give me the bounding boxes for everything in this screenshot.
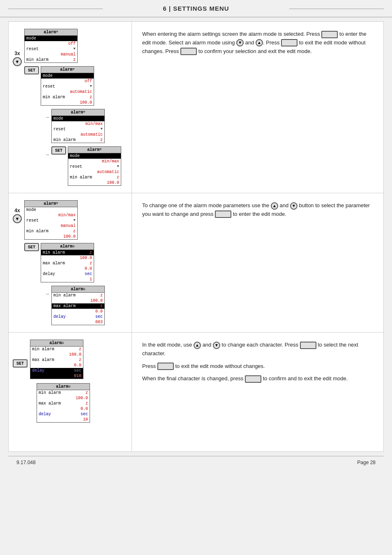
alarm-screen-e: alarm⊕ min alarmz 100.0 max alarmz 0.0 d… [37,383,90,423]
section-3-desc-1: In the edit mode, use ▲ and ▼ to change … [142,341,373,358]
down-btn-inline-3: ▼ [213,342,220,349]
alarm-screen-b: alarm⊕ min alarmz 100.0 max alarmz 0.0 d… [41,243,94,282]
enter-btn-inline-5 [300,342,316,349]
enter-btn-inline-7 [245,375,261,383]
footer-right: Page 28 [357,460,376,465]
section-1-right: When entering the alarm settings screen … [132,22,383,193]
alarm-screen-2: alarm▼ mode off reset▼ automatic min ala… [41,66,94,106]
page-footer: 9.17.048 Page 28 [8,456,384,469]
up-btn-inline-3: ▲ [194,342,201,349]
set-button-3[interactable]: SET [24,243,39,251]
section-2: 4x ▼ alarm▼ mode min/max reset▼ manual m… [8,193,384,333]
section-1-description: When entering the alarm settings screen … [142,30,373,56]
up-btn-inline-2: ▲ [271,202,278,210]
footer-left: 9.17.048 [16,460,36,465]
section-1: 3x ▼ alarm▼ mode off reset▼ manual min a… [8,21,384,193]
section-3-desc-2: Press to exit the edit mode without chan… [142,362,373,371]
up-btn-inline-1: ▲ [256,39,263,46]
set-button-4[interactable]: SET [13,359,28,368]
page-title: 6 | SETTINGS MENU [163,5,229,12]
set-button-2[interactable]: SET [51,146,66,155]
alarm-screen-1: alarm▼ mode off reset▼ manual min alarmz [24,29,78,63]
alarm-screen-d: alarm⊕ min alarmz 100.0 max alarmz 0.0 d… [30,340,83,379]
section-1-left: 3x ▼ alarm▼ mode off reset▼ manual min a… [9,22,132,193]
repeat-3x: 3x [14,51,20,56]
enter-btn-inline-3 [180,48,197,55]
repeat-4x: 4x [14,208,20,213]
section-2-right: To change one of the alarm mode paramete… [132,193,383,332]
content-area: 3x ▼ alarm▼ mode off reset▼ manual min a… [0,17,392,473]
alarm-screen-c: alarm⊕ min alarmz 100.0 max alarmz 0.0 d… [51,286,105,325]
section-3-desc-3: When the final character is changed, pre… [142,375,373,383]
alarm-screen-a: alarm▼ mode min/max reset▼ manual min al… [24,200,78,240]
set-button-1[interactable]: SET [24,66,39,74]
down-btn-inline-1: ▼ [236,39,244,46]
alarm-screen-4: alarm▼ mode min/max reset▼ automatic min… [68,146,121,186]
down-arrow-btn-2[interactable]: ▼ [13,214,22,223]
section-3-right: In the edit mode, use ▲ and ▼ to change … [132,333,383,451]
down-arrow-btn-1[interactable]: ▼ [13,57,22,66]
enter-btn-inline-4 [215,210,231,218]
enter-btn-inline-1 [321,31,338,38]
section-3: SET alarm⊕ min alarmz 100.0 max alarmz 0… [8,333,384,452]
section-2-left: 4x ▼ alarm▼ mode min/max reset▼ manual m… [9,193,132,332]
section-3-left: SET alarm⊕ min alarmz 100.0 max alarmz 0… [9,333,132,451]
alarm-screen-3: alarm▼ mode min/max reset▼ automatic min… [51,109,105,143]
section-2-description: To change one of the alarm mode paramete… [142,201,373,219]
enter-btn-inline-2 [281,39,297,46]
enter-btn-inline-6 [157,363,174,370]
page-header: 6 | SETTINGS MENU [0,0,392,17]
down-btn-inline-2: ▼ [290,202,297,210]
